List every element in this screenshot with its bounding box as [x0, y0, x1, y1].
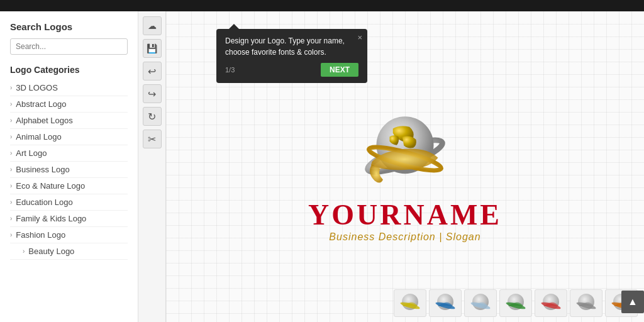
chevron-icon: ›: [23, 248, 25, 255]
cut-btn[interactable]: ✂: [143, 130, 162, 148]
sidebar-category-item[interactable]: ›3D LOGOS: [10, 80, 128, 96]
sidebar-category-item[interactable]: ›Alphabet Logos: [10, 113, 128, 129]
logo-thumbnail[interactable]: [429, 289, 462, 317]
toolbar: ☁ 💾 ↩ ↪ ↻ ✂: [138, 11, 166, 322]
tooltip-footer: 1/3 NEXT: [225, 63, 358, 77]
tooltip-page-indicator: 1/3: [225, 66, 235, 74]
categories-list: ›3D LOGOS›Abstract Logo›Alphabet Logos›A…: [10, 80, 128, 260]
sidebar-subcategory-item[interactable]: ›Beauty Logo: [10, 243, 128, 260]
category-label: Animal Logo: [16, 132, 61, 142]
sidebar-category-item[interactable]: ›Animal Logo: [10, 129, 128, 145]
sidebar-category-item[interactable]: ›Education Logo: [10, 194, 128, 211]
chevron-icon: ›: [10, 182, 12, 189]
refresh-icon: ↻: [148, 111, 156, 123]
category-label: Eco & Nature Logo: [16, 181, 85, 191]
logo-thumbnail[interactable]: [535, 289, 567, 317]
chevron-icon: ›: [10, 101, 12, 108]
search-input[interactable]: [10, 38, 128, 55]
logo-display: YOURNAME Business Description | Slogan: [308, 104, 502, 243]
category-label: Art Logo: [16, 148, 47, 158]
chevron-icon: ›: [10, 199, 12, 206]
chevron-icon: ›: [10, 231, 12, 238]
tooltip-close-btn[interactable]: ×: [357, 33, 362, 42]
scroll-top-icon: ▲: [628, 296, 638, 308]
logo-main-text: YOURNAME: [308, 198, 502, 231]
logo-thumbnail[interactable]: [499, 289, 532, 317]
save-icon: 💾: [147, 43, 157, 53]
upload-btn[interactable]: ☁: [143, 16, 162, 35]
save-btn[interactable]: 💾: [143, 39, 162, 58]
logo-sub-text: Business Description | Slogan: [329, 231, 480, 243]
top-bar: [0, 0, 644, 11]
redo-btn[interactable]: ↪: [143, 84, 162, 103]
sidebar-category-item[interactable]: ›Family & Kids Logo: [10, 211, 128, 227]
tooltip-box: × Design your Logo. Type your name, choo…: [216, 29, 367, 83]
thumbnails-row: [394, 289, 638, 317]
logo-thumbnail[interactable]: [394, 289, 426, 317]
chevron-icon: ›: [10, 215, 12, 222]
undo-icon: ↩: [148, 65, 156, 77]
sidebar-category-item[interactable]: ›Art Logo: [10, 145, 128, 162]
cut-icon: ✂: [148, 133, 156, 145]
category-label: Fashion Logo: [16, 230, 65, 240]
category-label: Family & Kids Logo: [16, 214, 86, 223]
canvas-area: × Design your Logo. Type your name, choo…: [166, 11, 644, 322]
main-container: Search Logos Logo Categories ›3D LOGOS›A…: [0, 11, 644, 322]
chevron-icon: ›: [10, 117, 12, 124]
category-label: 3D LOGOS: [16, 83, 57, 92]
sidebar-category-item[interactable]: ›Business Logo: [10, 162, 128, 178]
refresh-btn[interactable]: ↻: [143, 107, 162, 126]
sidebar: Search Logos Logo Categories ›3D LOGOS›A…: [0, 11, 138, 322]
chevron-icon: ›: [10, 84, 12, 91]
sidebar-category-item[interactable]: ›Abstract Logo: [10, 96, 128, 113]
tooltip-next-button[interactable]: NEXT: [321, 63, 358, 77]
chevron-icon: ›: [10, 150, 12, 157]
tooltip-text: Design your Logo. Type your name, choose…: [225, 35, 358, 58]
category-label: Business Logo: [16, 165, 69, 174]
upload-icon: ☁: [148, 21, 157, 31]
chevron-icon: ›: [10, 166, 12, 173]
logo-thumbnail[interactable]: [464, 289, 497, 317]
sidebar-category-item[interactable]: ›Fashion Logo: [10, 227, 128, 243]
category-label: Education Logo: [16, 197, 72, 207]
chevron-icon: ›: [10, 133, 12, 140]
search-title: Search Logos: [10, 21, 128, 32]
undo-btn[interactable]: ↩: [143, 62, 162, 80]
category-label: Alphabet Logos: [16, 116, 72, 125]
redo-icon: ↪: [148, 88, 156, 100]
sidebar-category-item[interactable]: ›Eco & Nature Logo: [10, 178, 128, 194]
categories-title: Logo Categories: [10, 65, 128, 75]
logo-thumbnail[interactable]: [570, 289, 602, 317]
logo-globe-image: [348, 104, 462, 192]
subcategory-label: Beauty Logo: [28, 247, 74, 256]
scroll-top-button[interactable]: ▲: [621, 291, 644, 313]
category-label: Abstract Logo: [16, 99, 66, 109]
